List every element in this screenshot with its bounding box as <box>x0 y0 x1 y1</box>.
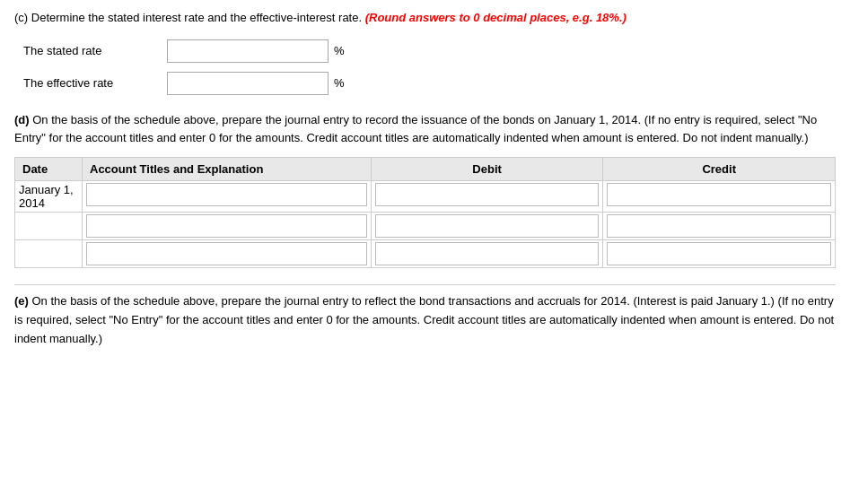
effective-rate-row: The effective rate % <box>23 72 836 95</box>
stated-rate-label: The stated rate <box>23 44 167 57</box>
section-d-instruction: (d) On the basis of the schedule above, … <box>14 111 836 149</box>
section-c: (c) Determine the stated interest rate a… <box>14 9 836 95</box>
debit-cell-1[interactable] <box>371 181 603 213</box>
table-row <box>15 213 836 240</box>
section-e-label: (e) <box>14 294 32 308</box>
table-row <box>15 240 836 268</box>
debit-input-1[interactable] <box>375 183 600 206</box>
credit-input-1[interactable] <box>607 183 831 206</box>
credit-input-2[interactable] <box>607 214 831 238</box>
credit-input-3[interactable] <box>607 242 831 265</box>
section-d: (d) On the basis of the schedule above, … <box>14 111 836 269</box>
credit-cell-3[interactable] <box>603 240 836 268</box>
debit-cell-3[interactable] <box>371 240 603 268</box>
date-cell-1: January 1,2014 <box>15 181 83 213</box>
account-cell-3[interactable] <box>83 240 372 268</box>
section-c-instruction-text: (c) Determine the stated interest rate a… <box>14 11 365 24</box>
account-cell-2[interactable] <box>83 213 372 240</box>
section-d-label: (d) <box>14 113 32 126</box>
section-c-instruction: (c) Determine the stated interest rate a… <box>14 9 836 27</box>
effective-rate-percent: % <box>334 76 345 90</box>
col-header-account: Account Titles and Explanation <box>83 158 372 181</box>
date-cell-3 <box>15 240 83 268</box>
col-header-credit: Credit <box>603 158 836 181</box>
section-d-instruction-text: On the basis of the schedule above, prep… <box>32 113 644 126</box>
section-e: (e) On the basis of the schedule above, … <box>14 284 836 348</box>
journal-table-d: Date Account Titles and Explanation Debi… <box>14 157 836 268</box>
col-header-date: Date <box>15 158 83 181</box>
stated-rate-percent: % <box>334 44 345 57</box>
stated-rate-input[interactable] <box>167 39 329 63</box>
table-row: January 1,2014 <box>15 181 836 213</box>
debit-input-2[interactable] <box>375 214 600 238</box>
stated-rate-row: The stated rate % <box>23 39 836 63</box>
account-cell-1[interactable] <box>83 181 372 213</box>
account-input-3[interactable] <box>86 242 367 265</box>
debit-cell-2[interactable] <box>371 213 603 240</box>
col-header-debit: Debit <box>371 158 603 181</box>
section-c-instruction-red: (Round answers to 0 decimal places, e.g.… <box>365 11 627 24</box>
account-input-2[interactable] <box>86 214 367 238</box>
debit-input-3[interactable] <box>375 242 600 265</box>
credit-cell-2[interactable] <box>603 213 836 240</box>
section-e-instruction-text: On the basis of the schedule above, prep… <box>32 294 778 308</box>
effective-rate-label: The effective rate <box>23 76 167 90</box>
credit-cell-1[interactable] <box>603 181 836 213</box>
effective-rate-input[interactable] <box>167 72 329 95</box>
section-e-instruction: (e) On the basis of the schedule above, … <box>14 292 836 348</box>
date-cell-2 <box>15 213 83 240</box>
account-input-1[interactable] <box>86 183 367 206</box>
table-header-row: Date Account Titles and Explanation Debi… <box>15 158 836 181</box>
